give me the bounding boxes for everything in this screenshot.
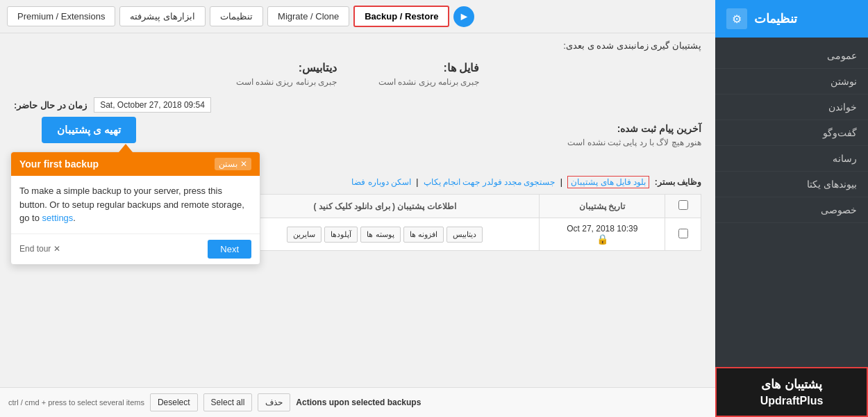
tab-advanced-tools[interactable]: ابزارهای پیشرفته [119,6,206,26]
main-content: Premium / Extensions ابزارهای پیشرفته تن… [0,0,715,417]
backup-info-row: فایل ها: جبری برنامه ریزی نشده است دیتاب… [14,61,701,87]
sidebar-item-discussion[interactable]: گفت‌وگو [715,120,868,146]
sidebar-title: تنظیمات [754,11,797,26]
file-buttons: دیتابیس افزونه ها پوسته ها آپلودها سایری… [237,227,532,243]
rescan-link[interactable]: اسکن دوباره فضا [351,177,411,187]
select-all-checkbox[interactable] [678,200,688,210]
col-checkbox [665,195,701,218]
content-area: پشتیبان گیری زمانبندی شده ی بعدی: فایل ه… [0,33,715,387]
sidebar-header: تنظیمات ⚙ [715,0,868,38]
file-btn-db[interactable]: دیتابیس [446,227,483,243]
col-date: تاریخ پشتیبان [540,195,665,218]
tab-settings[interactable]: تنظیمات [210,6,263,26]
next-button[interactable]: Next [208,240,251,259]
top-nav: Premium / Extensions ابزارهای پیشرفته تن… [0,0,715,33]
lock-icon: 🔒 [596,234,608,245]
sidebar-item-general[interactable]: عمومی [715,43,868,69]
files-title: فایل ها: [378,61,479,74]
file-btn-uploads[interactable]: آپلودها [324,227,358,243]
tooltip-arrow [119,144,133,152]
brand-line1: پشتیبان های [728,377,856,392]
tooltip-close-label: بستن [219,159,237,169]
right-sidebar: تنظیمات ⚙ عمومی نوشتن خواندن گفت‌وگو رسا… [715,0,868,417]
file-btn-plugins[interactable]: افزونه ها [403,227,444,243]
tasks-label: وظایف بستر: [655,177,701,187]
files-section: فایل ها: جبری برنامه ریزی نشده است [378,61,479,87]
brand-line2: UpdraftPlus [728,395,856,407]
close-icon: ✕ [240,159,247,169]
db-status: جبری برنامه ریزی نشده است [236,77,337,87]
sidebar-item-reading[interactable]: خواندن [715,95,868,120]
search-folder-link[interactable]: جستجوی مجدد فولدر جهت انجام یکاپ [424,177,556,187]
row-checkbox[interactable] [678,229,688,238]
current-time-value: Sat, October 27, 2018 09:54 [94,97,211,113]
upload-files-link[interactable]: بلود فایل های پشتیبان [567,176,649,188]
sidebar-item-privacy[interactable]: خصوصی [715,197,868,223]
nav-arrow-icon: ► [453,6,474,27]
end-tour-button[interactable]: End tour ✕ [19,244,60,254]
deselect-button[interactable]: Deselect [150,393,198,411]
keyboard-hint: ctrl / cmd + press to select several ite… [8,398,144,407]
settings-icon: ⚙ [726,8,747,29]
actions-upon-selected-label: Actions upon selected backups [296,398,421,407]
current-time-label: زمان در حال حاضر: [14,100,87,111]
bottom-bar: ctrl / cmd + press to select several ite… [0,387,715,417]
sidebar-item-media[interactable]: رسانه [715,146,868,172]
sidebar-menu: عمومی نوشتن خواندن گفت‌وگو رسانه بیوندها… [715,38,868,229]
current-time-row: Sat, October 27, 2018 09:54 زمان در حال … [14,97,701,113]
db-section: دیتابیس: جبری برنامه ریزی نشده است [236,61,337,87]
select-all-button[interactable]: Select all [203,393,253,411]
tab-migrate[interactable]: Migrate / Clone [267,6,349,26]
backup-date: Oct 27, 2018 10:39 [567,224,637,234]
tab-premium[interactable]: Premium / Extensions [7,6,115,26]
col-info: اطلاعات پشتیبان ( برای دانلود کلیک کنید … [230,195,539,218]
tooltip-settings-link[interactable]: settings [42,213,74,223]
close-icon-small: ✕ [53,244,60,254]
tooltip-title: Your first backup [19,158,99,170]
files-status: جبری برنامه ریزی نشده است [378,77,479,87]
tooltip-close-button[interactable]: بستن ✕ [215,158,251,170]
end-tour-label: End tour [19,244,51,254]
backup-btn-container: تهیه ی پشتیبان [42,117,136,143]
row-files-cell: دیتابیس افزونه ها پوسته ها آپلودها سایری… [230,218,539,251]
tooltip-body: To make a simple backup to your server, … [11,176,260,234]
tab-backup-restore[interactable]: Backup / Restore [353,6,449,27]
file-btn-themes[interactable]: پوسته ها [360,227,400,243]
sidebar-item-permalinks[interactable]: بیوندهای یکتا [715,172,868,197]
tooltip-footer: End tour ✕ Next [11,234,260,264]
bottom-delete-button[interactable]: حذف [258,393,290,411]
tooltip-header: Your first backup بستن ✕ [11,152,260,176]
file-btn-others[interactable]: سایرین [287,227,322,243]
sidebar-item-writing[interactable]: نوشتن [715,69,868,95]
create-backup-button[interactable]: تهیه ی پشتیبان [42,117,136,143]
sidebar-footer-branding: پشتیبان های UpdraftPlus [715,367,868,417]
row-checkbox-cell [665,218,701,251]
row-date-cell: Oct 27, 2018 10:39 🔒 [540,218,665,251]
scheduled-backup-label: پشتیبان گیری زمانبندی شده ی بعدی: [14,40,701,51]
tooltip-popup: Your first backup بستن ✕ To make a simpl… [10,152,260,265]
db-title: دیتابیس: [236,61,337,74]
